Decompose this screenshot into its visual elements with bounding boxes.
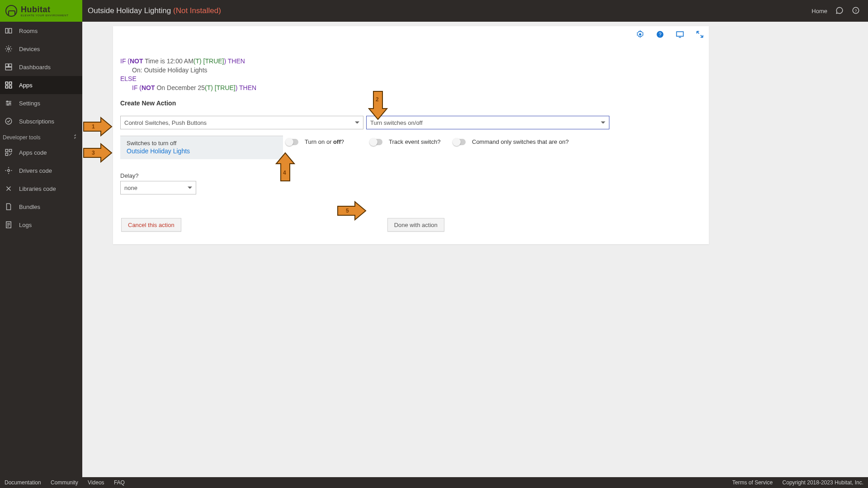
footer-tos-link[interactable]: Terms of Service <box>732 479 773 486</box>
librariescode-icon <box>5 185 13 193</box>
svg-text:3: 3 <box>92 150 95 156</box>
developer-tools-header[interactable]: Developer tools <box>0 130 82 143</box>
sidebar-item-label: Rooms <box>19 28 38 34</box>
help-icon[interactable]: ? <box>852 6 860 16</box>
display-icon[interactable] <box>675 30 684 41</box>
footer-documentation-link[interactable]: Documentation <box>5 479 41 486</box>
command-only-toggle[interactable] <box>453 139 466 145</box>
sidebar-item-rooms[interactable]: Rooms <box>0 22 82 40</box>
home-link[interactable]: Home <box>811 8 827 14</box>
caret-down-icon <box>188 187 192 189</box>
turn-on-off-toggle[interactable] <box>286 139 298 145</box>
svg-rect-18 <box>5 153 8 156</box>
svg-text:?: ? <box>854 8 857 13</box>
footer-videos-link[interactable]: Videos <box>88 479 104 486</box>
expand-icon[interactable] <box>695 30 704 41</box>
turn-on-off-label: Turn on or off? <box>305 138 344 145</box>
svg-rect-17 <box>9 149 12 152</box>
brand-tagline: ELEVATE YOUR ENVIRONMENT <box>21 14 68 17</box>
install-status: (Not Installed) <box>173 6 221 15</box>
main-panel: ? IF (NOT Time is 12:00 AM(T) [TRUE]) TH… <box>82 22 868 477</box>
turn-on-off-pre: Turn on or <box>305 138 333 145</box>
svg-point-21 <box>639 33 642 36</box>
rule-cond: Time is 12:00 AM <box>143 57 193 65</box>
logs-icon <box>5 221 13 229</box>
sidebar-item-libraries-code[interactable]: Libraries code <box>0 180 82 198</box>
action-type-select[interactable]: Turn switches on/off <box>366 116 609 129</box>
sidebar: Rooms Devices Dashboards Apps Settings S… <box>0 22 82 477</box>
help-circle-icon[interactable]: ? <box>656 30 665 41</box>
sidebar-item-apps[interactable]: Apps <box>0 76 82 94</box>
switches-card-value: Outside Holiday Lights <box>127 147 277 155</box>
gear-icon[interactable] <box>636 30 645 41</box>
rule-t2: (T) <box>205 84 213 91</box>
bundles-icon <box>5 203 13 211</box>
switches-card-label: Switches to turn off <box>127 140 277 147</box>
sidebar-item-devices[interactable]: Devices <box>0 40 82 58</box>
cancel-action-button[interactable]: Cancel this action <box>121 218 181 232</box>
dashboards-icon <box>5 63 13 71</box>
sidebar-item-label: Drivers code <box>19 167 52 174</box>
caret-down-icon <box>355 122 359 124</box>
turn-on-off-bold: off <box>333 138 341 145</box>
rule-if2: IF ( <box>132 84 142 91</box>
turn-on-off-suf: ? <box>341 138 344 145</box>
delay-value: none <box>124 185 137 191</box>
sidebar-item-bundles[interactable]: Bundles <box>0 198 82 216</box>
brand-name: Hubitat <box>21 5 68 14</box>
sidebar-item-label: Subscriptions <box>19 118 54 125</box>
driverscode-icon <box>5 166 13 175</box>
rule-not2: NOT <box>142 84 155 91</box>
svg-rect-16 <box>5 149 8 152</box>
rule-then: ) THEN <box>224 57 245 65</box>
svg-rect-3 <box>9 28 12 33</box>
rule-cond2: On December 25 <box>155 84 205 91</box>
command-only-label: Command only switches that are on? <box>472 138 569 145</box>
developer-tools-label: Developer tools <box>3 134 40 141</box>
footer-faq-link[interactable]: FAQ <box>114 479 125 486</box>
done-with-action-button[interactable]: Done with action <box>387 218 444 232</box>
svg-rect-9 <box>9 82 12 84</box>
page-title: Outside Holiday Lighting (Not Installed) <box>88 6 221 15</box>
collapse-icon <box>72 134 78 141</box>
sidebar-item-subscriptions[interactable]: Subscriptions <box>0 112 82 130</box>
delay-select[interactable]: none <box>120 181 196 194</box>
svg-point-4 <box>8 48 10 50</box>
topbar: Hubitat ELEVATE YOUR ENVIRONMENT Outside… <box>0 0 868 22</box>
logo[interactable]: Hubitat ELEVATE YOUR ENVIRONMENT <box>0 0 82 22</box>
sidebar-item-label: Devices <box>19 46 40 52</box>
sidebar-item-label: Dashboards <box>19 64 51 71</box>
caret-down-icon <box>601 122 605 124</box>
rule-true: [TRUE] <box>202 57 224 65</box>
sidebar-item-settings[interactable]: Settings <box>0 94 82 112</box>
svg-rect-11 <box>9 86 12 88</box>
sidebar-item-drivers-code[interactable]: Drivers code <box>0 161 82 180</box>
settings-icon <box>5 99 13 107</box>
action-category-value: Control Switches, Push Buttons <box>124 119 207 126</box>
rule-text: IF (NOT Time is 12:00 AM(T) [TRUE]) THEN… <box>120 57 702 92</box>
devices-icon <box>5 45 13 53</box>
rule-t: (T) <box>193 57 202 65</box>
svg-point-19 <box>8 170 10 172</box>
svg-rect-6 <box>9 64 12 66</box>
track-event-toggle[interactable] <box>370 139 382 145</box>
tutorial-arrow-1: 1 <box>83 117 113 137</box>
svg-point-13 <box>9 103 11 104</box>
sidebar-item-label: Logs <box>19 222 32 228</box>
delay-label: Delay? <box>120 172 702 179</box>
page-title-text: Outside Holiday Lighting <box>88 6 171 15</box>
sidebar-item-dashboards[interactable]: Dashboards <box>0 58 82 76</box>
rule-true2: [TRUE] <box>213 84 236 91</box>
svg-rect-24 <box>677 32 684 36</box>
chat-icon[interactable] <box>835 6 844 16</box>
svg-rect-8 <box>5 82 8 84</box>
footer-community-link[interactable]: Community <box>51 479 78 486</box>
switches-to-turn-off-card[interactable]: Switches to turn off Outside Holiday Lig… <box>120 136 283 159</box>
sidebar-item-apps-code[interactable]: Apps code <box>0 143 82 161</box>
rule-action-1: On: Outside Holiday Lights <box>120 66 702 75</box>
sidebar-item-logs[interactable]: Logs <box>0 216 82 234</box>
footer-copyright: Copyright 2018-2023 Hubitat, Inc. <box>783 479 863 486</box>
create-new-action-title: Create New Action <box>120 99 702 107</box>
svg-text:?: ? <box>659 32 661 37</box>
action-category-select[interactable]: Control Switches, Push Buttons <box>120 116 363 129</box>
